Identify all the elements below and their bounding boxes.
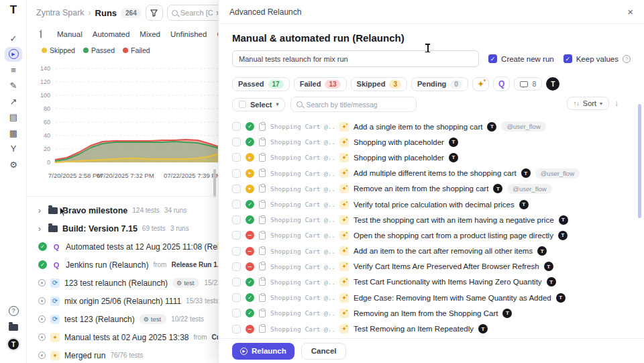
test-title[interactable]: Test the shopping cart with an item havi… xyxy=(354,216,554,224)
relaunch-button[interactable]: ▶ Relaunch xyxy=(232,343,294,360)
run-row[interactable]: ⟳ mix origin 25/06 (Relaunch) 1111 15/33… xyxy=(27,292,218,310)
test-row[interactable]: Shopping Cart @... ✦ Edge Case: Removing… xyxy=(232,290,631,305)
assignee-filter-avatar[interactable]: T xyxy=(546,77,559,91)
test-title[interactable]: Shopping with placeholder xyxy=(354,138,444,146)
keep-values-option[interactable]: ✓ Keep values ? xyxy=(564,54,631,63)
run-row[interactable]: ✦ Merged run 76/76 tests xyxy=(27,346,218,363)
tab-automated[interactable]: Automated xyxy=(93,30,130,38)
rail-item-export-icon[interactable]: ▤ xyxy=(5,110,22,125)
rail-item-settings-icon[interactable]: ⚙ xyxy=(5,157,22,172)
checkbox-checked-icon[interactable]: ✓ xyxy=(564,54,572,63)
user-avatar[interactable]: T xyxy=(5,337,22,352)
tab-unfinished[interactable]: Unfinished xyxy=(170,30,207,38)
row-checkbox[interactable] xyxy=(232,185,241,193)
manual-filter-chip[interactable]: ✦ xyxy=(472,77,489,91)
test-row[interactable]: Shopping Cart @... ✦ Verify Cart Items A… xyxy=(232,259,631,274)
cancel-button[interactable]: Cancel xyxy=(301,343,347,360)
sort-direction-icon[interactable]: ↓ xyxy=(614,99,619,108)
expand-chevron-icon[interactable]: › xyxy=(38,206,44,215)
select-dropdown[interactable]: Select ▾ xyxy=(232,98,285,111)
test-row[interactable]: Shopping Cart @... ✦ Remove an item from… xyxy=(232,181,631,197)
run-name[interactable]: Merged run xyxy=(64,351,105,360)
checkbox-checked-icon[interactable]: ✓ xyxy=(488,54,497,63)
run-row[interactable]: ✓ Q Jenkins run (Relaunch) from Release … xyxy=(27,256,218,274)
run-row[interactable]: ✓ Q Automated tests at 12 Aug 2025 11:08… xyxy=(27,238,218,256)
rail-item-checks-icon[interactable]: ✓ xyxy=(5,31,22,46)
row-checkbox[interactable] xyxy=(232,169,241,178)
test-title[interactable]: Test Removing an Item Repeatedly xyxy=(354,325,474,333)
tests-search-input[interactable]: Search by title/messag xyxy=(290,97,417,112)
row-checkbox[interactable] xyxy=(232,138,241,146)
run-row[interactable]: › Bravo milestone 124 tests 34 runs xyxy=(27,201,218,219)
test-row[interactable]: Shopping Cart @... ✦ Add multiple differ… xyxy=(232,166,631,181)
row-checkbox[interactable] xyxy=(232,153,241,162)
rail-item-test-cases-icon[interactable]: ≡ xyxy=(5,62,22,77)
test-row[interactable]: Shopping Cart @... ✦ Open the shopping c… xyxy=(232,227,631,243)
test-title[interactable]: Add multiple different items to the shop… xyxy=(354,169,517,177)
run-row[interactable]: › Build: Version 7.15 69 tests 3 runs xyxy=(27,219,218,238)
rail-item-workflow-icon[interactable]: Y xyxy=(5,142,22,156)
filter-chip-failed[interactable]: Failed 13 xyxy=(294,77,347,91)
test-row[interactable]: Shopping Cart @... ✦ Add an item to the … xyxy=(232,244,631,259)
test-title[interactable]: Shopping with placeholder xyxy=(354,154,444,162)
row-checkbox[interactable] xyxy=(232,215,241,224)
test-title[interactable]: Verify Cart Items Are Preserved After Br… xyxy=(354,262,539,270)
drawer-scrollbar[interactable] xyxy=(638,104,641,218)
test-row[interactable]: Shopping Cart @... ✦ Shopping with place… xyxy=(232,134,631,150)
filter-chip-skipped[interactable]: Skipped 3 xyxy=(351,77,407,91)
row-checkbox[interactable] xyxy=(232,247,241,256)
run-name[interactable]: 123 test relaunch (Relaunch) xyxy=(64,278,168,288)
run-name[interactable]: Manual tests at 02 Aug 2025 13:38 xyxy=(64,333,189,342)
filter-chip-pending[interactable]: Pending 0 xyxy=(411,77,468,91)
automated-filter-chip[interactable]: Q xyxy=(493,76,510,91)
select-mode-icon[interactable] xyxy=(40,30,42,38)
test-title[interactable]: Add an item to the cart after removing a… xyxy=(354,247,533,255)
run-row[interactable]: ✦ Manual tests at 02 Aug 2025 13:38 from… xyxy=(27,328,218,346)
test-row[interactable]: Shopping Cart @... ✦ Shopping with place… xyxy=(232,150,631,165)
tab-mixed[interactable]: Mixed xyxy=(140,30,160,38)
row-checkbox[interactable] xyxy=(232,200,241,209)
test-title[interactable]: Verify total price calculation with deci… xyxy=(354,201,515,209)
test-row[interactable]: Shopping Cart @... ✦ Test Cart Functiona… xyxy=(232,274,631,290)
test-title[interactable]: Add a single item to the shopping cart xyxy=(354,123,482,131)
run-name[interactable]: mix origin 25/06 (Relaunch) 1111 xyxy=(64,297,181,306)
test-title[interactable]: Edge Case: Removing Item with Same Quant… xyxy=(354,294,551,302)
close-icon[interactable]: × xyxy=(627,6,633,17)
test-row[interactable]: Shopping Cart @... ✦ Test Removing an It… xyxy=(232,321,631,336)
run-name-input[interactable] xyxy=(232,50,479,67)
tab-manual[interactable]: Manual xyxy=(57,30,83,38)
filter-chip-passed[interactable]: Passed 17 xyxy=(232,77,290,91)
test-title[interactable]: Remove an item from the shopping cart xyxy=(354,185,488,193)
test-row[interactable]: Shopping Cart @... ✦ Test the shopping c… xyxy=(232,212,631,227)
test-row[interactable]: Shopping Cart @... ✦ Verify total price … xyxy=(232,197,631,212)
expand-chevron-icon[interactable]: › xyxy=(38,224,44,234)
run-name[interactable]: Jenkins run (Relaunch) xyxy=(66,260,148,270)
help-icon[interactable]: ? xyxy=(5,303,22,318)
rail-item-runs-icon[interactable]: ▶ xyxy=(5,47,22,62)
run-row[interactable]: ⟳ test 123 (Relaunch) test 10/22 tests xyxy=(27,310,218,328)
row-checkbox[interactable] xyxy=(232,309,241,317)
row-checkbox[interactable] xyxy=(232,231,241,240)
row-checkbox[interactable] xyxy=(232,122,241,131)
row-checkbox[interactable] xyxy=(232,278,241,287)
select-all-checkbox[interactable] xyxy=(239,101,246,108)
run-name[interactable]: Bravo milestone xyxy=(62,206,127,215)
rail-item-milestones-icon[interactable]: ↗ xyxy=(5,94,22,109)
left-panel-scrollbar[interactable] xyxy=(213,169,216,197)
run-name[interactable]: Build: Version 7.15 xyxy=(62,224,138,234)
row-checkbox[interactable] xyxy=(232,262,241,271)
comments-chip[interactable]: 8 xyxy=(514,77,542,91)
app-logo[interactable]: T xyxy=(6,3,21,18)
sort-dropdown[interactable]: ↑↓ Sort ▾ xyxy=(567,97,609,110)
create-new-run-option[interactable]: ✓ Create new run xyxy=(488,54,554,63)
test-title[interactable]: Removing an Item from the Shopping Cart xyxy=(354,309,498,317)
filter-button[interactable] xyxy=(146,5,163,21)
help-circle-icon[interactable]: ? xyxy=(623,55,631,63)
docs-icon[interactable] xyxy=(5,320,22,335)
run-name[interactable]: Automated tests at 12 Aug 2025 11:08 (Re… xyxy=(66,242,218,252)
row-checkbox[interactable] xyxy=(232,293,241,302)
test-row[interactable]: Shopping Cart @... ✦ Add a single item t… xyxy=(232,119,631,134)
breadcrumb-project[interactable]: Zyntra Spark xyxy=(36,8,85,17)
run-row[interactable]: ⟳ 123 test relaunch (Relaunch) test 15/2… xyxy=(27,274,218,292)
test-title[interactable]: Test Cart Functionality with Items Havin… xyxy=(354,278,542,286)
